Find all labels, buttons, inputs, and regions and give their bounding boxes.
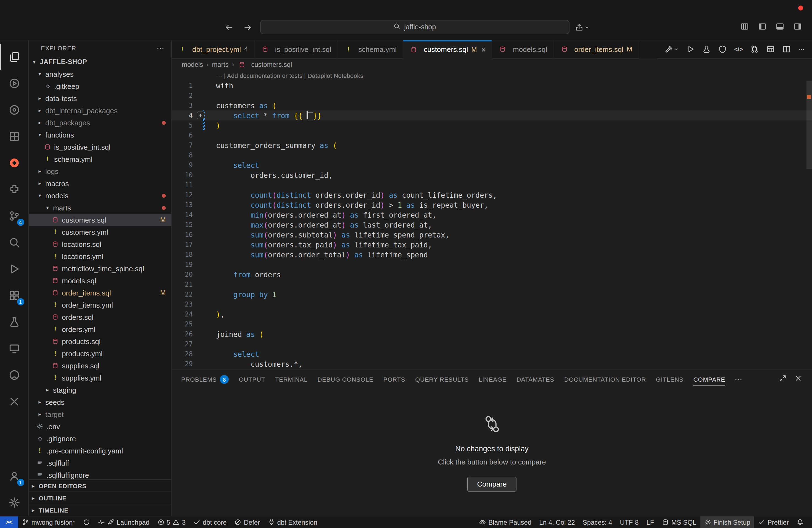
section-open-editors[interactable]: ▸OPEN EDITORS xyxy=(29,480,171,492)
status-finish-setup[interactable]: Finish Setup xyxy=(700,516,754,528)
code-line-3[interactable]: 3customers as ( xyxy=(172,101,812,111)
status-indentation[interactable]: Spaces: 4 xyxy=(579,516,616,528)
tab-models.sql[interactable]: models.sql xyxy=(492,40,554,59)
tree-item-.pre-commit-config.yaml[interactable]: !.pre-commit-config.yaml xyxy=(29,444,171,457)
code-line-21[interactable]: 21 xyxy=(172,279,812,289)
tab-is_positive_int.sql[interactable]: is_positive_int.sql xyxy=(255,40,338,59)
tree-item-data-tests[interactable]: ▸data-tests xyxy=(29,92,171,104)
activity-settings-gear[interactable] xyxy=(0,489,28,516)
tree-item-analyses[interactable]: ▾analyses xyxy=(29,68,171,80)
activity-run-circle[interactable] xyxy=(0,70,28,97)
code-line-20[interactable]: 20 from orders xyxy=(172,269,812,279)
tree-item-supplies.sql[interactable]: supplies.sql xyxy=(29,360,171,372)
share-button[interactable] xyxy=(575,23,590,31)
panel-more-tabs-icon[interactable]: ⋯ xyxy=(730,375,747,384)
activity-source-control[interactable]: 4 xyxy=(0,203,28,229)
more-actions-button[interactable]: ⋯ xyxy=(798,46,804,52)
section-timeline[interactable]: ▸TIMELINE xyxy=(29,504,171,516)
panel-tab-debug-console[interactable]: DEBUG CONSOLE xyxy=(313,370,378,389)
code-line-11[interactable]: 11 xyxy=(172,180,812,190)
section-outline[interactable]: ▸OUTLINE xyxy=(29,492,171,504)
query-results-button[interactable] xyxy=(766,45,775,54)
tree-item-macros[interactable]: ▸macros xyxy=(29,177,171,189)
editor-scrollbar[interactable] xyxy=(807,80,812,169)
status-dbt-core[interactable]: dbt core xyxy=(189,516,231,528)
tree-item-customers.sql[interactable]: customers.sqlM xyxy=(29,214,171,226)
layout-columns-button[interactable] xyxy=(740,22,749,33)
tab-schema.yml[interactable]: !schema.yml xyxy=(338,40,403,59)
code-line-12[interactable]: 12 count(distinct orders.order_id) as co… xyxy=(172,190,812,200)
code-line-4[interactable]: +4 select * from {{ }} xyxy=(172,111,812,120)
code-line-23[interactable]: 23 xyxy=(172,299,812,309)
layout-sidebar-left-button[interactable] xyxy=(758,22,767,33)
panel-tab-compare[interactable]: COMPARE xyxy=(688,370,730,389)
tree-item-.gitkeep[interactable]: .gitkeep xyxy=(29,80,171,92)
tree-item-target[interactable]: ▸target xyxy=(29,408,171,420)
breadcrumb-segment[interactable]: marts xyxy=(212,61,228,69)
panel-tab-output[interactable]: OUTPUT xyxy=(234,370,270,389)
run-tests-button[interactable] xyxy=(702,45,711,54)
code-line-10[interactable]: 10 orders.customer_id, xyxy=(172,170,812,180)
code-line-24[interactable]: 24), xyxy=(172,309,812,319)
tree-item-locations.sql[interactable]: locations.sql xyxy=(29,238,171,250)
breadcrumb[interactable]: models›marts›customers.sql xyxy=(172,59,812,71)
activity-testing[interactable] xyxy=(0,309,28,335)
activity-accounts[interactable]: 1 xyxy=(0,463,28,489)
tree-item-.sqlfluff[interactable]: .sqlfluff xyxy=(29,457,171,469)
code-line-1[interactable]: 1with xyxy=(172,80,812,91)
activity-extensions[interactable]: 1 xyxy=(0,282,28,309)
maximize-panel-icon[interactable] xyxy=(779,375,787,384)
status-launchpad[interactable]: Launchpad xyxy=(94,516,153,528)
code-line-29[interactable]: 29 customers.*, xyxy=(172,359,812,369)
tree-item-.gitignore[interactable]: .gitignore xyxy=(29,432,171,444)
tree-item-logs[interactable]: ▸logs xyxy=(29,165,171,177)
compiled-code-button[interactable]: </> xyxy=(734,46,743,52)
activity-eye-circle[interactable] xyxy=(0,97,28,123)
code-lens[interactable]: ··· | Add documentation or tests | Datap… xyxy=(172,71,812,80)
command-center-search[interactable]: jaffle-shop xyxy=(260,20,569,34)
code-line-28[interactable]: 28 select xyxy=(172,349,812,359)
activity-remote-explorer[interactable] xyxy=(0,335,28,362)
code-line-6[interactable]: 6 xyxy=(172,130,812,140)
activity-dbt[interactable] xyxy=(0,150,28,176)
tree-item-order_items.yml[interactable]: !order_items.yml xyxy=(29,299,171,311)
tree-item-products.yml[interactable]: !products.yml xyxy=(29,348,171,360)
compare-button[interactable]: Compare xyxy=(467,476,517,492)
close-icon[interactable]: × xyxy=(481,45,486,54)
activity-boards[interactable] xyxy=(0,123,28,150)
code-line-27[interactable]: 27 xyxy=(172,339,812,349)
code-line-13[interactable]: 13 count(distinct orders.order_id) > 1 a… xyxy=(172,200,812,210)
status-dbt-extension[interactable]: dbt Extension xyxy=(264,516,321,528)
validate-button[interactable] xyxy=(718,45,727,54)
status-defer[interactable]: Defer xyxy=(231,516,264,528)
status-sync[interactable] xyxy=(79,516,94,528)
code-line-7[interactable]: 7customer_orders_summary as ( xyxy=(172,140,812,150)
tree-item-products.sql[interactable]: products.sql xyxy=(29,335,171,348)
back-button[interactable] xyxy=(222,20,236,34)
layout-panel-bottom-button[interactable] xyxy=(775,22,784,33)
explorer-more-actions-icon[interactable]: ⋯ xyxy=(157,44,164,53)
tree-item-.env[interactable]: .env xyxy=(29,420,171,432)
tree-item-marts[interactable]: ▾marts xyxy=(29,202,171,214)
tree-item-customers.yml[interactable]: !customers.yml xyxy=(29,226,171,238)
tree-item-staging[interactable]: ▸staging xyxy=(29,384,171,396)
panel-tab-datamates[interactable]: DATAMATES xyxy=(511,370,559,389)
activity-github[interactable] xyxy=(0,362,28,388)
activity-explorer[interactable] xyxy=(0,44,28,70)
dbt-build-button[interactable] xyxy=(665,45,679,54)
panel-tab-lineage[interactable]: LINEAGE xyxy=(474,370,511,389)
status-remote[interactable]: >< xyxy=(0,516,18,528)
tree-item-seeds[interactable]: ▸seeds xyxy=(29,396,171,408)
status-prettier[interactable]: Prettier xyxy=(754,516,793,528)
code-line-18[interactable]: 18 sum(orders.order_total) as lifetime_s… xyxy=(172,250,812,260)
breadcrumb-file[interactable]: customers.sql xyxy=(237,60,292,69)
code-line-25[interactable]: 25 xyxy=(172,319,812,329)
tab-dbt_project.yml[interactable]: !dbt_project.yml4 xyxy=(172,40,255,59)
status-blame-paused[interactable]: Blame Paused xyxy=(475,516,535,528)
code-line-15[interactable]: 15 max(orders.ordered_at) as last_ordere… xyxy=(172,220,812,230)
tree-item-functions[interactable]: ▾functions xyxy=(29,129,171,141)
pull-request-button[interactable] xyxy=(750,45,759,54)
panel-tab-documentation-editor[interactable]: DOCUMENTATION EDITOR xyxy=(559,370,651,389)
code-line-19[interactable]: 19 xyxy=(172,260,812,269)
status-language-mode[interactable]: MS SQL xyxy=(658,516,700,528)
